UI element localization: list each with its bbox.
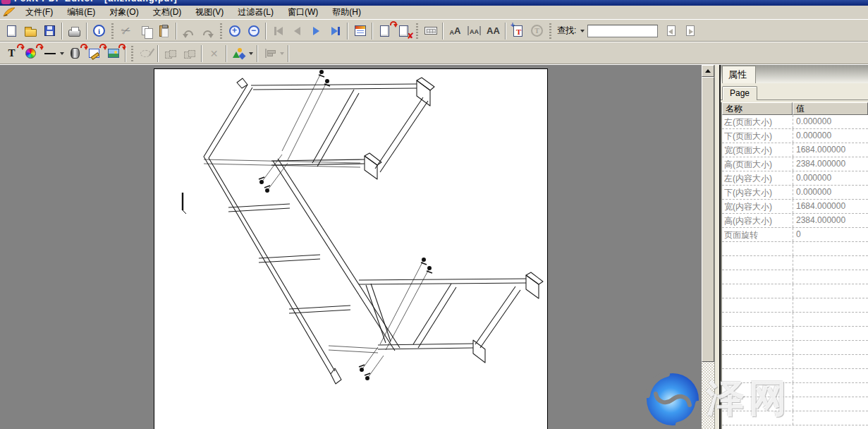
toolbar-gripper[interactable] — [220, 23, 222, 39]
empty-row — [722, 284, 868, 298]
document-info-button[interactable]: i — [90, 22, 109, 40]
align-tools-button[interactable] — [260, 44, 279, 63]
panel-splitter[interactable] — [714, 65, 721, 429]
undo-icon — [184, 30, 193, 35]
copy-button[interactable] — [135, 22, 154, 40]
menu-window[interactable]: 窗口(W) — [281, 5, 325, 20]
separator — [442, 23, 444, 40]
add-text-object-button[interactable]: T — [2, 44, 21, 63]
menu-filter[interactable]: 过滤器(L) — [231, 5, 281, 20]
color-wheel-icon — [25, 48, 36, 59]
properties-panel: 属性 Page 名称 值 左(页面大小)0.000000 下(页面大小)0.00… — [721, 65, 868, 429]
chevron-down-icon — [580, 30, 585, 35]
table-row[interactable]: 左(内容大小)0.000000 — [722, 171, 868, 186]
menu-document[interactable]: 文档(D) — [146, 5, 189, 20]
find-previous-button[interactable] — [661, 22, 680, 40]
toolbar-gripper[interactable] — [549, 23, 551, 39]
open-button[interactable] — [21, 22, 40, 40]
previous-page-button[interactable] — [288, 22, 307, 40]
add-image-object-button[interactable] — [104, 44, 123, 63]
text-caret — [183, 193, 186, 214]
empty-row — [722, 327, 868, 341]
delete-object-button[interactable]: ✕ — [204, 44, 224, 63]
find-dropdown[interactable] — [578, 25, 587, 37]
table-row[interactable]: 高(内容大小)2384.000000 — [722, 214, 868, 228]
column-header-value[interactable]: 值 — [793, 102, 868, 115]
redo-button[interactable] — [198, 22, 217, 40]
line-dropdown-icon[interactable] — [60, 52, 64, 57]
group-objects-button[interactable] — [161, 44, 180, 63]
next-page-button[interactable] — [307, 22, 326, 40]
table-row[interactable]: 下(内容大小)0.000000 — [722, 186, 868, 200]
add-line-object-button[interactable] — [40, 44, 59, 63]
image-icon — [108, 49, 119, 58]
document-canvas[interactable] — [0, 65, 702, 429]
virtual-keyboard-button[interactable] — [421, 22, 440, 40]
shapes-dropdown-icon[interactable] — [249, 52, 253, 57]
page-layout-icon — [355, 25, 366, 36]
ungroup-objects-button[interactable] — [180, 44, 199, 63]
paste-clipboard-icon — [159, 25, 169, 37]
new-button[interactable] — [2, 22, 21, 40]
column-header-name[interactable]: 名称 — [722, 102, 793, 115]
edit-object-button[interactable] — [136, 44, 155, 63]
panel-tabs: Page — [721, 83, 868, 100]
shrink-text-button[interactable]: AA — [465, 22, 484, 40]
table-row[interactable]: 宽(内容大小)1684.000000 — [722, 200, 868, 214]
table-row[interactable]: 高(页面大小)2384.000000 — [722, 157, 868, 171]
font-aa-icon: AA — [450, 25, 461, 36]
tab-page[interactable]: Page — [722, 86, 757, 100]
menu-object[interactable]: 对象(O) — [102, 5, 145, 20]
wide-aa-icon: AA — [487, 25, 500, 36]
edit-image-icon — [89, 49, 99, 58]
insert-page-button[interactable] — [375, 22, 394, 40]
empty-row — [722, 270, 868, 284]
undo-button[interactable] — [179, 22, 198, 40]
embed-font-button[interactable]: AA — [446, 22, 465, 40]
foxit-pen-icon — [3, 7, 16, 18]
stretch-text-button[interactable]: AA — [484, 22, 503, 40]
add-shading-object-button[interactable] — [66, 44, 85, 63]
scissors-icon: ✂ — [119, 23, 133, 38]
table-row[interactable]: 页面旋转0 — [722, 228, 868, 242]
align-dropdown-icon[interactable] — [280, 52, 284, 57]
separator — [201, 45, 202, 62]
table-row[interactable]: 宽(页面大小)1684.000000 — [722, 143, 868, 157]
object-tools-button[interactable] — [229, 44, 248, 63]
shapes-icon — [233, 48, 245, 59]
cut-button[interactable]: ✂ — [116, 22, 135, 40]
text-attributes-button[interactable]: T — [527, 22, 546, 40]
last-page-button[interactable] — [326, 22, 345, 40]
toolbar-gripper[interactable] — [131, 46, 133, 61]
printer-icon — [68, 30, 80, 37]
menu-view[interactable]: 视图(V) — [188, 5, 231, 20]
vertical-scrollbar[interactable] — [702, 65, 714, 429]
add-color-object-button[interactable] — [21, 44, 40, 63]
menu-edit[interactable]: 编辑(E) — [60, 5, 102, 20]
print-button[interactable] — [65, 22, 84, 40]
first-page-button[interactable] — [269, 22, 288, 40]
save-button[interactable] — [40, 22, 59, 40]
scroll-up-button[interactable] — [702, 65, 714, 77]
empty-row — [722, 242, 868, 256]
add-text-button[interactable] — [508, 22, 527, 40]
toolbar-gripper[interactable] — [416, 23, 418, 39]
paste-button[interactable] — [154, 22, 173, 40]
page-layout-button[interactable] — [350, 22, 369, 40]
arrow-up-icon — [705, 66, 711, 73]
scrollbar-thumb[interactable] — [702, 77, 714, 362]
zoom-in-button[interactable]: + — [225, 22, 244, 40]
toolbar-gripper[interactable] — [111, 23, 114, 39]
find-input[interactable] — [587, 25, 658, 37]
find-next-button[interactable] — [680, 22, 699, 40]
table-row[interactable]: 左(页面大小)0.000000 — [722, 115, 868, 129]
separator — [86, 23, 87, 40]
menu-help[interactable]: 帮助(H) — [325, 5, 368, 20]
menu-file[interactable]: 文件(F) — [18, 5, 60, 20]
table-row[interactable]: 下(页面大小)0.000000 — [722, 129, 868, 143]
zoom-out-button[interactable]: − — [244, 22, 263, 40]
pdf-page[interactable] — [154, 68, 548, 429]
group-icon — [165, 49, 176, 59]
delete-page-button[interactable]: ✘ — [394, 22, 413, 40]
edit-image-object-button[interactable] — [85, 44, 104, 63]
